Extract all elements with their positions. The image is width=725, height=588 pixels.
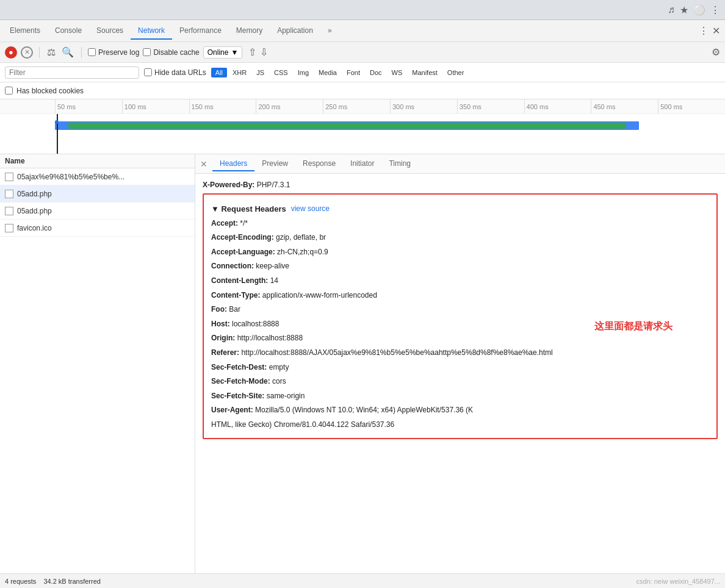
devtools-more-icon[interactable]: ⋮ [699, 25, 709, 37]
header-accept-encoding-value: gzip, deflate, br [276, 233, 326, 242]
record-button[interactable]: ● [5, 46, 17, 59]
tab-application[interactable]: Application [270, 23, 320, 40]
online-dropdown[interactable]: Online ▼ [203, 46, 243, 59]
filter-doc[interactable]: Doc [366, 68, 386, 77]
settings-icon[interactable]: ⚙ [712, 46, 720, 58]
toolbar-separator-1 [39, 47, 40, 58]
clear-button[interactable]: ✕ [21, 46, 33, 59]
hide-data-urls-label[interactable]: Hide data URLs [144, 68, 206, 77]
tick-500ms: 500 ms [658, 99, 725, 113]
header-content-type-name: Content-Type: [211, 291, 260, 299]
xpoweredby-value: PHP/7.3.1 [257, 181, 290, 189]
request-headers-title-text: ▼ Request Headers [211, 204, 286, 213]
file-item-1[interactable]: 05add.php [0, 185, 195, 203]
filter-media[interactable]: Media [314, 68, 341, 77]
filter-xhr[interactable]: XHR [228, 68, 251, 77]
header-sec-fetch-site: Sec-Fetch-Site: same-origin [211, 390, 709, 403]
tab-elements[interactable]: Elements [2, 23, 48, 40]
filter-ws[interactable]: WS [388, 68, 407, 77]
filter-js[interactable]: JS [252, 68, 269, 77]
account-icon[interactable]: ⚪ [693, 4, 705, 16]
tab-more[interactable]: » [320, 23, 339, 40]
detail-tab-preview[interactable]: Preview [254, 157, 295, 171]
tick-300ms: 300 ms [390, 99, 457, 113]
disable-cache-text: Disable cache [153, 48, 199, 57]
header-connection-name: Connection: [211, 262, 254, 270]
timeline-dot [55, 120, 59, 124]
filter-all[interactable]: All [211, 68, 227, 77]
devtools-panel: Elements Console Sources Network Perform… [0, 20, 725, 588]
header-user-agent-value: Mozilla/5.0 (Windows NT 10.0; Win64; x64… [255, 406, 473, 414]
header-user-agent-continued: HTML, like Gecko) Chrome/81.0.4044.122 S… [211, 418, 709, 432]
tick-50ms: 50 ms [55, 99, 122, 113]
detail-tab-headers[interactable]: Headers [212, 157, 254, 171]
filter-manifest[interactable]: Manifest [408, 68, 442, 77]
header-foo: Foo: Bar [211, 303, 709, 317]
tick-250ms: 250 ms [323, 99, 390, 113]
header-content-length: Content-Length: 14 [211, 274, 709, 288]
status-watermark: csdn: neiw weixin_458497... [636, 578, 720, 585]
right-panel: ✕ Headers Preview Response Initiator Tim… [195, 154, 725, 573]
filter-font[interactable]: Font [342, 68, 364, 77]
tab-memory[interactable]: Memory [229, 23, 270, 40]
preserve-log-checkbox[interactable] [88, 48, 96, 56]
tab-network[interactable]: Network [131, 23, 172, 40]
detail-content[interactable]: X-Powered-By: PHP/7.3.1 ▼ Request Header… [195, 174, 725, 573]
header-user-agent-continued-value: HTML, like Gecko) Chrome/81.0.4044.122 S… [211, 420, 394, 429]
header-user-agent-name: User-Agent: [211, 406, 253, 414]
tab-console[interactable]: Console [48, 23, 89, 40]
disable-cache-checkbox[interactable] [143, 48, 151, 56]
header-content-length-value: 14 [270, 276, 278, 285]
disable-cache-label[interactable]: Disable cache [143, 48, 199, 57]
tick-200ms: 200 ms [256, 99, 323, 113]
blocked-cookies-checkbox[interactable] [5, 87, 13, 95]
header-connection: Connection: keep-alive [211, 260, 709, 273]
hide-data-urls-checkbox[interactable] [144, 68, 152, 76]
preserve-log-label[interactable]: Preserve log [88, 48, 139, 57]
toolbar-separator-2 [81, 47, 82, 58]
blocked-cookies-row: Has blocked cookies [0, 82, 725, 99]
header-sec-fetch-mode-value: cors [272, 377, 286, 385]
header-sec-fetch-dest: Sec-Fetch-Dest: empty [211, 361, 709, 375]
devtools-close-icon[interactable]: ✕ [712, 25, 720, 37]
file-item-0[interactable]: 05ajax%e9%81%b5%e5%be%... [0, 168, 195, 185]
filter-input[interactable] [9, 68, 135, 77]
star-icon[interactable]: ★ [680, 4, 688, 16]
main-panel: Name 05ajax%e9%81%b5%e5%be%... 05add.php… [0, 154, 725, 573]
timeline-ruler: 50 ms 100 ms 150 ms 200 ms 250 ms 300 ms… [0, 99, 725, 114]
file-item-3[interactable]: favicon.ico [0, 220, 195, 237]
filter-css[interactable]: CSS [270, 68, 292, 77]
filter-img[interactable]: Img [294, 68, 313, 77]
header-referer-name: Referer: [211, 348, 239, 357]
waterfall-bars [55, 121, 719, 130]
header-accept-language: Accept-Language: zh-CN,zh;q=0.9 [211, 246, 709, 259]
detail-tab-timing[interactable]: Timing [381, 157, 418, 171]
translate-icon[interactable]: ♬ [668, 4, 675, 15]
header-origin-value: http://localhost:8888 [237, 334, 303, 342]
more-icon[interactable]: ⋮ [710, 4, 720, 16]
file-item-2[interactable]: 05add.php [0, 203, 195, 220]
detail-tab-initiator[interactable]: Initiator [343, 157, 381, 171]
tab-performance[interactable]: Performance [172, 23, 229, 40]
upload-icon[interactable]: ⇧ [248, 46, 256, 58]
detail-tab-response[interactable]: Response [295, 157, 343, 171]
request-headers-title: ▼ Request Headers view source [211, 204, 709, 213]
timeline-area: 50 ms 100 ms 150 ms 200 ms 250 ms 300 ms… [0, 99, 725, 154]
view-source-link[interactable]: view source [291, 204, 330, 213]
header-user-agent: User-Agent: Mozilla/5.0 (Windows NT 10.0… [211, 404, 709, 417]
status-bar: 4 requests 34.2 kB transferred csdn: nei… [0, 573, 725, 588]
download-icon[interactable]: ⇩ [260, 46, 268, 58]
filter-icon[interactable]: ⚖ [46, 45, 57, 59]
file-icon-1 [5, 190, 13, 198]
status-transferred: 34.2 kB transferred [43, 578, 101, 585]
tick-100ms: 100 ms [122, 99, 189, 113]
filter-other[interactable]: Other [443, 68, 469, 77]
search-icon[interactable]: 🔍 [60, 45, 75, 59]
filter-input-wrap[interactable] [5, 66, 139, 79]
header-content-type-value: application/x-www-form-urlencoded [262, 291, 377, 299]
status-requests: 4 requests [5, 578, 36, 585]
file-name-1: 05add.php [17, 190, 52, 198]
tab-sources[interactable]: Sources [89, 23, 131, 40]
filter-type-buttons: All XHR JS CSS Img Media Font Doc WS Man… [211, 68, 469, 77]
detail-close-icon[interactable]: ✕ [200, 159, 207, 169]
